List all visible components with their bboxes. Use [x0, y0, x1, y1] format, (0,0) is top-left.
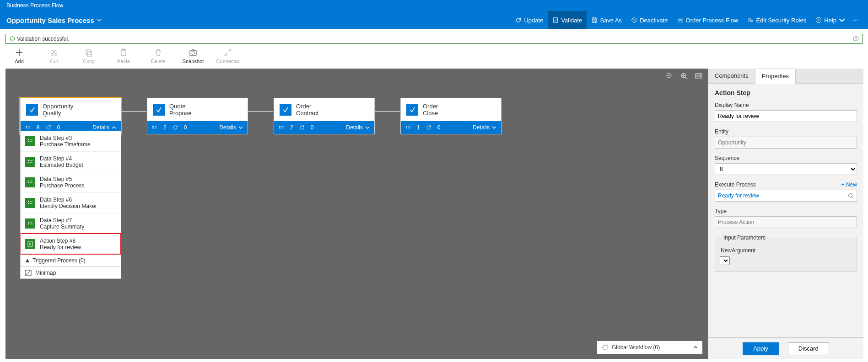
play-icon [25, 239, 35, 249]
stage-subtitle: Qualify [43, 110, 73, 117]
stage-icon [26, 104, 38, 116]
close-banner-button[interactable] [853, 36, 858, 43]
svg-point-4 [751, 20, 753, 22]
discard-button[interactable]: Discard [788, 342, 829, 355]
global-workflow-label: Global Workflow (0) [612, 344, 660, 351]
data-step-item[interactable]: Data Step #3Purchase Timeframe [21, 131, 121, 151]
flows-icon [173, 125, 178, 130]
tab-properties[interactable]: Properties [755, 69, 796, 84]
chevron-up-icon [112, 125, 116, 130]
data-step-item[interactable]: Data Step #4Estimated Budget [21, 151, 121, 172]
stage-details-toggle[interactable]: Details [219, 124, 243, 131]
stage-opportunity-qualify[interactable]: OpportunityQualify 8 0 Details [20, 98, 121, 134]
action-step-item[interactable]: Action Step #8Ready for review [21, 234, 121, 254]
panel-heading: Action Step [715, 89, 857, 96]
process-name-dropdown[interactable]: Opportunity Sales Process [6, 16, 102, 24]
ellipsis-icon [852, 17, 859, 23]
svg-rect-32 [406, 126, 407, 127]
global-workflow-pill[interactable]: Global Workflow (0) [597, 341, 702, 354]
add-label: Add [15, 59, 24, 64]
data-step-item[interactable]: Data Step #6Identify Decision Maker [21, 192, 121, 213]
svg-point-10 [10, 37, 15, 41]
security-icon [747, 17, 754, 23]
svg-rect-24 [695, 74, 702, 78]
validate-button[interactable]: Validate [548, 11, 587, 29]
clipboard-check-icon [552, 17, 559, 23]
steps-count: 8 [37, 124, 40, 131]
sequence-select[interactable]: 8 [715, 163, 857, 175]
svg-rect-14 [86, 50, 90, 55]
fit-screen-icon[interactable] [695, 72, 702, 80]
deactivate-label: Deactivate [640, 17, 668, 24]
designer-toolbar: Add Cut Copy Paste Delete Snapshot Conne… [0, 47, 868, 69]
workflow-icon [602, 344, 608, 351]
tab-components[interactable]: Components [708, 69, 755, 83]
input-argument-select[interactable] [720, 256, 730, 265]
save-as-label: Save As [600, 17, 622, 24]
more-button[interactable] [850, 11, 862, 29]
execute-process-lookup[interactable]: Ready for review [715, 190, 857, 202]
delete-button[interactable]: Delete [146, 48, 170, 64]
stage-title: Order [423, 103, 438, 110]
stage-details-toggle[interactable]: Details [473, 124, 496, 131]
stage-details-toggle[interactable]: Details [92, 124, 116, 131]
steps-icon [405, 125, 411, 130]
stage-title: Quote [169, 103, 191, 110]
copy-button[interactable]: Copy [77, 48, 101, 64]
details-label: Details [219, 124, 236, 131]
snapshot-button[interactable]: Snapshot [181, 48, 205, 64]
canvas-zoom-controls [666, 72, 702, 80]
plus-icon [15, 48, 23, 57]
execute-process-new-link[interactable]: + New [841, 181, 857, 188]
zoom-in-icon[interactable] [680, 72, 688, 80]
save-as-button[interactable]: Save As [587, 11, 626, 29]
step-title: Data Step #3 [40, 135, 91, 141]
sequence-label: Sequence [715, 155, 857, 161]
execute-process-text: Execute Process [715, 181, 756, 188]
chevron-down-icon [238, 125, 243, 130]
flows-icon [46, 125, 51, 130]
stage-order-contract[interactable]: OrderContract 20 Details [274, 98, 375, 134]
stage-subtitle: Close [423, 110, 438, 117]
data-step-item[interactable]: Data Step #7Capture Summary [21, 213, 121, 234]
paste-button[interactable]: Paste [112, 48, 135, 64]
help-button[interactable]: ? Help [811, 11, 850, 29]
step-title: Data Step #7 [40, 217, 84, 224]
svg-rect-25 [697, 75, 701, 77]
update-button[interactable]: Update [511, 11, 548, 29]
input-parameters-group: Input Parameters NewArgument [715, 234, 857, 272]
deactivate-button[interactable]: Deactivate [626, 11, 672, 29]
command-bar: Opportunity Sales Process Update Validat… [0, 11, 868, 29]
step-title: Data Step #5 [40, 176, 84, 182]
stage-details-toggle[interactable]: Details [346, 124, 370, 131]
triggered-process-row[interactable]: Triggered Process (0) [21, 254, 121, 266]
chevron-down-icon [839, 17, 845, 23]
cut-button[interactable]: Cut [42, 48, 66, 64]
minimap-toggle[interactable]: Minimap [21, 266, 121, 278]
apply-button[interactable]: Apply [743, 342, 779, 355]
design-canvas[interactable]: OpportunityQualify 8 0 Details QuoteProp… [5, 69, 708, 359]
data-step-item[interactable]: Data Step #5Purchase Process [21, 172, 121, 192]
svg-point-21 [229, 49, 231, 51]
discard-label: Discard [798, 345, 819, 352]
zoom-out-icon[interactable] [666, 72, 673, 80]
entity-value: Opportunity [715, 137, 857, 149]
display-name-input[interactable] [715, 110, 857, 122]
connector-line [248, 111, 273, 112]
order-process-flow-button[interactable]: Order Process Flow [673, 11, 743, 29]
trash-icon [154, 48, 162, 57]
list-icon [25, 218, 35, 229]
svg-rect-15 [87, 51, 92, 56]
svg-rect-42 [28, 222, 29, 223]
stage-subtitle: Contract [296, 110, 318, 117]
svg-rect-36 [28, 160, 29, 161]
connector-button[interactable]: Connector [216, 48, 240, 64]
stage-quote-propose[interactable]: QuotePropose 20 Details [147, 98, 248, 134]
stage-order-close[interactable]: OrderClose 10 Details [400, 98, 501, 134]
steps-count: 2 [163, 124, 167, 131]
edit-security-roles-button[interactable]: Edit Security Roles [743, 11, 811, 29]
stage-icon [406, 104, 418, 116]
svg-rect-39 [28, 182, 29, 183]
add-button[interactable]: Add [7, 48, 31, 64]
steps-icon [152, 125, 157, 130]
